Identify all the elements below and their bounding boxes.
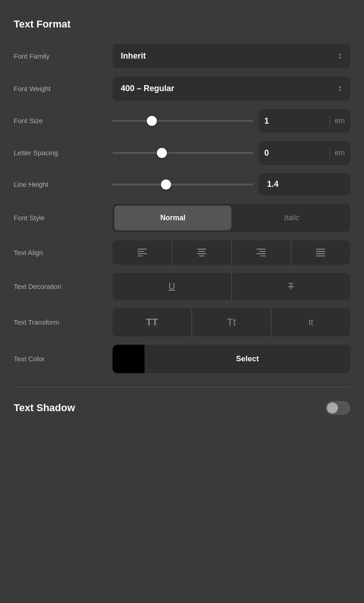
divider-2: [330, 147, 330, 158]
font-style-toggle-group: Normal Italic: [112, 204, 350, 232]
font-size-thumb[interactable]: [147, 116, 157, 126]
letter-spacing-thumb[interactable]: [157, 148, 167, 158]
text-transform-lowercase-btn[interactable]: tt: [271, 308, 350, 337]
align-center-icon: [197, 249, 206, 256]
text-color-label: Text Color: [14, 354, 105, 364]
letter-spacing-label: Letter Spacing: [14, 148, 105, 158]
font-size-input[interactable]: 1 em: [259, 109, 350, 133]
font-style-italic-btn[interactable]: Italic: [233, 204, 350, 232]
font-style-label: Font Style: [14, 213, 105, 223]
text-decoration-group: U T: [112, 273, 350, 300]
text-align-center-btn[interactable]: [172, 240, 231, 265]
line-height-thumb[interactable]: [161, 179, 171, 190]
text-align-right-btn[interactable]: [232, 240, 291, 265]
page-title: Text Format: [14, 18, 350, 30]
font-family-label: Font Family: [14, 52, 105, 61]
font-weight-dropdown[interactable]: 400 – Regular: [112, 76, 350, 101]
text-decoration-underline-btn[interactable]: U: [112, 273, 232, 300]
font-weight-value: 400 – Regular: [121, 84, 174, 93]
letter-spacing-slider[interactable]: [112, 147, 253, 158]
text-shadow-title: Text Shadow: [14, 402, 75, 414]
text-transform-group: TT Tt tt: [112, 308, 350, 337]
font-size-value: 1: [264, 116, 325, 126]
text-transform-label: Text Transform: [14, 318, 105, 327]
text-shadow-toggle[interactable]: [326, 401, 350, 415]
text-transform-titlecase-btn[interactable]: Tt: [192, 308, 272, 337]
letter-spacing-value: 0: [264, 148, 325, 158]
text-decoration-strikethrough-btn[interactable]: T: [232, 273, 351, 300]
text-align-justify-btn[interactable]: [291, 240, 350, 265]
line-height-input[interactable]: 1.4: [259, 173, 350, 196]
font-size-label: Font Size: [14, 116, 105, 125]
font-size-slider[interactable]: [112, 115, 253, 126]
section-divider: [14, 387, 350, 387]
line-height-value: 1.4: [267, 179, 278, 189]
font-weight-label: Font Weight: [14, 84, 105, 93]
letter-spacing-unit: em: [335, 149, 345, 157]
text-transform-uppercase-btn[interactable]: TT: [112, 308, 192, 337]
chevron-updown-icon-2: [338, 85, 342, 92]
font-family-dropdown[interactable]: Inherit: [112, 44, 350, 68]
align-left-icon: [138, 249, 147, 256]
font-size-unit: em: [335, 117, 345, 125]
text-align-group: [112, 240, 350, 265]
text-decoration-label: Text Decoration: [14, 282, 105, 291]
strikethrough-icon: T: [288, 281, 294, 292]
line-height-label: Line Height: [14, 180, 105, 189]
lowercase-icon: tt: [309, 318, 313, 327]
chevron-updown-icon: [338, 53, 342, 60]
titlecase-icon: Tt: [227, 316, 236, 328]
font-style-normal-btn[interactable]: Normal: [114, 206, 231, 230]
text-align-label: Text Align: [14, 248, 105, 257]
text-color-select-btn[interactable]: Select: [145, 345, 350, 373]
text-color-select-label: Select: [236, 354, 259, 364]
text-color-row: Select: [112, 345, 350, 373]
font-family-value: Inherit: [121, 51, 146, 61]
uppercase-icon: TT: [146, 316, 158, 328]
text-color-swatch[interactable]: [112, 345, 145, 373]
align-right-icon: [257, 249, 266, 256]
text-shadow-section: Text Shadow: [14, 401, 350, 415]
text-align-left-btn[interactable]: [112, 240, 172, 265]
line-height-slider[interactable]: [112, 179, 253, 190]
align-justify-icon: [316, 249, 325, 256]
divider: [330, 115, 330, 126]
toggle-knob: [327, 402, 338, 413]
underline-icon: U: [169, 281, 175, 292]
letter-spacing-input[interactable]: 0 em: [259, 141, 350, 165]
